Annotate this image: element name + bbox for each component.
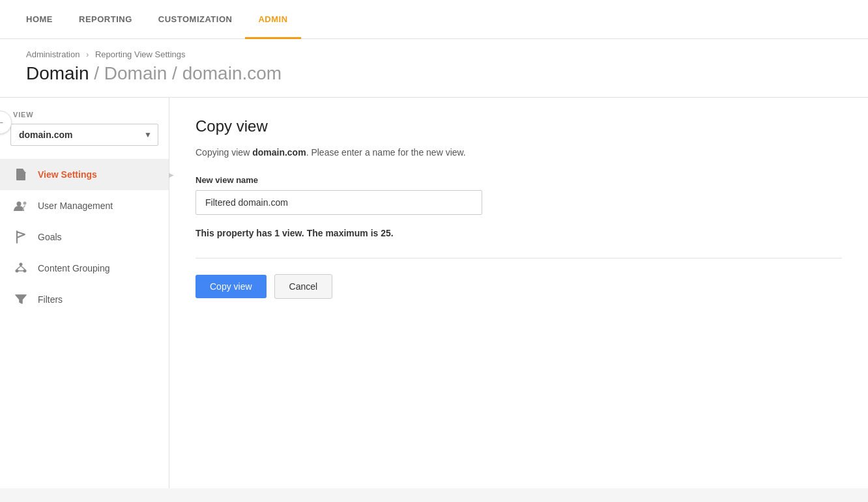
sidebar-item-filters[interactable]: Filters <box>0 284 169 315</box>
nav-reporting[interactable]: REPORTING <box>66 0 145 39</box>
sidebar-item-goals-label: Goals <box>38 232 62 242</box>
divider <box>195 258 842 258</box>
sidebar-item-filters-label: Filters <box>38 294 63 305</box>
view-select-wrapper: domain.com ▼ <box>10 124 158 146</box>
sidebar-item-user-management-label: User Management <box>38 201 113 211</box>
svg-point-0 <box>17 202 22 206</box>
page-title: Domain / Domain / domain.com <box>26 63 842 84</box>
sidebar: ← VIEW domain.com ▼ View Settings <box>0 98 169 488</box>
svg-line-6 <box>21 266 25 270</box>
sidebar-item-content-grouping-label: Content Grouping <box>38 263 110 273</box>
view-select[interactable]: domain.com <box>10 124 158 146</box>
copy-view-title: Copy view <box>195 117 842 135</box>
svg-point-2 <box>20 263 23 266</box>
nav-home[interactable]: HOME <box>13 0 66 39</box>
page-title-main: Domain <box>26 63 89 83</box>
property-info: This property has 1 view. The maximum is… <box>195 228 842 238</box>
breadcrumb: Administration › Reporting View Settings <box>26 49 842 59</box>
breadcrumb-part1: Administration <box>26 49 80 59</box>
copy-view-desc-prefix: Copying view <box>195 147 252 158</box>
copy-view-description: Copying view domain.com. Please enter a … <box>195 146 842 160</box>
sidebar-item-user-management[interactable]: User Management <box>0 190 169 221</box>
breadcrumb-part2: Reporting View Settings <box>95 49 186 59</box>
filter-icon <box>13 292 29 307</box>
svg-line-5 <box>17 266 21 270</box>
copy-view-desc-suffix: . Please enter a name for the new view. <box>306 147 466 158</box>
nav-admin[interactable]: ADMIN <box>245 0 300 39</box>
document-icon <box>13 167 29 182</box>
new-view-name-input[interactable] <box>195 190 482 215</box>
content-grouping-icon <box>13 260 29 276</box>
action-buttons: Copy view Cancel <box>195 274 842 299</box>
view-label: VIEW <box>0 111 169 119</box>
copy-view-desc-domain: domain.com <box>252 147 306 158</box>
cancel-button[interactable]: Cancel <box>274 274 333 299</box>
top-navigation: HOME REPORTING CUSTOMIZATION ADMIN <box>0 0 868 39</box>
sidebar-item-goals[interactable]: Goals <box>0 221 169 253</box>
flag-icon <box>13 229 29 245</box>
sidebar-item-view-settings-label: View Settings <box>38 169 97 180</box>
copy-view-button[interactable]: Copy view <box>195 275 267 298</box>
page-title-sub: / Domain / domain.com <box>94 63 282 83</box>
page-header: Administration › Reporting View Settings… <box>0 39 868 98</box>
new-view-name-label: New view name <box>195 175 842 185</box>
nav-customization[interactable]: CUSTOMIZATION <box>145 0 246 39</box>
breadcrumb-separator: › <box>86 49 89 59</box>
svg-point-1 <box>23 202 27 205</box>
users-icon <box>13 198 29 214</box>
main-layout: ← VIEW domain.com ▼ View Settings <box>0 98 868 488</box>
sidebar-item-content-grouping[interactable]: Content Grouping <box>0 253 169 284</box>
sidebar-item-view-settings[interactable]: View Settings <box>0 159 169 190</box>
content-panel: Copy view Copying view domain.com. Pleas… <box>169 98 868 488</box>
